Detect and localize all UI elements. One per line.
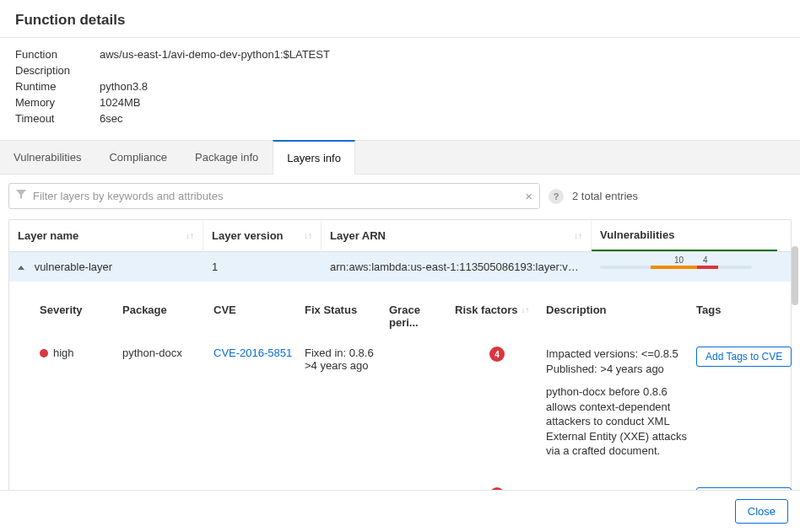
- fcol-risk[interactable]: Risk factors ↓↑: [455, 304, 539, 316]
- page-header: Function details: [0, 0, 800, 38]
- cve-link[interactable]: CVE-2016-5851: [214, 347, 298, 359]
- tags-cell: Add Tags to CVE: [696, 347, 800, 367]
- fcol-fix[interactable]: Fix Status: [305, 304, 382, 316]
- meta-value-runtime: python3.8: [100, 80, 148, 93]
- filter-input-wrap[interactable]: ×: [8, 183, 540, 209]
- collapse-icon[interactable]: [18, 266, 24, 270]
- page-title: Function details: [15, 12, 785, 29]
- fcol-description[interactable]: Description: [546, 304, 689, 316]
- tab-package-info[interactable]: Package info: [181, 141, 273, 174]
- meta-label-description: Description: [15, 64, 100, 77]
- meta-label-timeout: Timeout: [15, 112, 100, 125]
- tab-layers-info[interactable]: Layers info: [273, 140, 355, 175]
- tab-compliance[interactable]: Compliance: [95, 141, 181, 174]
- filter-input[interactable]: [31, 189, 525, 203]
- footer: Close: [0, 490, 800, 532]
- filter-icon: [16, 190, 26, 202]
- scrollbar-thumb[interactable]: [792, 246, 798, 305]
- fix-cell: Fixed in: 0.8.6 >4 years ago: [305, 347, 382, 372]
- col-vulnerabilities[interactable]: Vulnerabilities: [592, 220, 777, 251]
- meta-label-function: Function: [15, 48, 100, 61]
- layers-table-header: Layer name ↓↑ Layer version ↓↑ Layer ARN…: [9, 220, 791, 252]
- clear-icon[interactable]: ×: [525, 190, 532, 202]
- description-cell: Impacted versions: <=0.8.5 Published: >4…: [546, 347, 689, 459]
- tabs: Vulnerabilities Compliance Package info …: [0, 140, 800, 175]
- vuln-count-orange: 10: [674, 255, 684, 265]
- layer-name: vulnerable-layer: [35, 261, 113, 273]
- sort-icon: ↓↑: [574, 233, 582, 239]
- meta-value-function: aws/us-east-1/avi-demo-dev-python1:$LATE…: [100, 48, 330, 61]
- meta-label-memory: Memory: [15, 96, 100, 109]
- severity-high-icon: [40, 349, 48, 357]
- meta-value-timeout: 6sec: [100, 112, 122, 125]
- risk-cell: 4: [455, 347, 539, 362]
- layer-version: 1: [203, 252, 322, 282]
- col-layer-name[interactable]: Layer name ↓↑: [9, 221, 203, 250]
- vulnerability-bar: 10 4: [600, 261, 769, 273]
- tab-vulnerabilities[interactable]: Vulnerabilities: [0, 141, 95, 174]
- fcol-package[interactable]: Package: [122, 304, 207, 316]
- risk-badge[interactable]: 4: [489, 347, 505, 362]
- close-button[interactable]: Close: [735, 499, 788, 524]
- col-layer-arn[interactable]: Layer ARN ↓↑: [322, 221, 592, 250]
- layers-table: Layer name ↓↑ Layer version ↓↑ Layer ARN…: [8, 219, 792, 532]
- finding-row: high python-docx CVE-2016-5851 Fixed in:…: [35, 336, 784, 477]
- layer-row[interactable]: vulnerable-layer 1 arn:aws:lambda:us-eas…: [9, 252, 791, 282]
- fcol-grace[interactable]: Grace peri...: [389, 304, 448, 329]
- total-entries: 2 total entries: [572, 190, 638, 202]
- sort-icon: ↓↑: [304, 233, 312, 239]
- metadata-block: Function aws/us-east-1/avi-demo-dev-pyth…: [0, 38, 800, 140]
- layer-arn: arn:aws:lambda:us-east-1:113505086193:la…: [330, 261, 583, 273]
- col-layer-version[interactable]: Layer version ↓↑: [203, 221, 322, 250]
- sort-icon: ↓↑: [186, 233, 194, 239]
- meta-value-memory: 1024MB: [100, 96, 140, 109]
- findings-header: Severity Package CVE Fix Status Grace pe…: [35, 297, 784, 336]
- package-cell: python-docx: [122, 347, 207, 359]
- severity-cell: high: [40, 347, 116, 359]
- meta-label-runtime: Runtime: [15, 80, 100, 93]
- fcol-tags[interactable]: Tags: [696, 304, 800, 316]
- vuln-count-red: 4: [703, 255, 708, 265]
- fcol-cve[interactable]: CVE: [214, 304, 298, 316]
- add-tags-button[interactable]: Add Tags to CVE: [696, 347, 792, 367]
- help-icon[interactable]: ?: [549, 189, 564, 204]
- sort-icon: ↓↑: [521, 305, 529, 314]
- fcol-severity[interactable]: Severity: [40, 304, 116, 316]
